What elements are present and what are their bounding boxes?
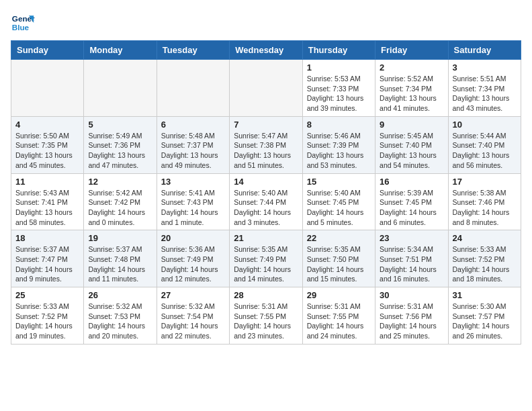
calendar-cell <box>84 60 157 117</box>
day-detail: Sunrise: 5:35 AM Sunset: 7:49 PM Dayligh… <box>234 244 298 284</box>
day-detail: Sunrise: 5:33 AM Sunset: 7:52 PM Dayligh… <box>453 244 517 284</box>
calendar-cell: 1Sunrise: 5:53 AM Sunset: 7:33 PM Daylig… <box>302 60 375 117</box>
calendar-week-row: 1Sunrise: 5:53 AM Sunset: 7:33 PM Daylig… <box>11 60 521 117</box>
calendar-cell: 7Sunrise: 5:47 AM Sunset: 7:38 PM Daylig… <box>230 116 302 173</box>
day-number: 23 <box>380 233 443 243</box>
calendar-cell: 6Sunrise: 5:48 AM Sunset: 7:37 PM Daylig… <box>157 116 229 173</box>
day-detail: Sunrise: 5:34 AM Sunset: 7:51 PM Dayligh… <box>380 244 443 284</box>
day-number: 22 <box>307 233 371 243</box>
weekday-header-sunday: Sunday <box>11 41 84 60</box>
day-number: 3 <box>453 62 517 73</box>
day-detail: Sunrise: 5:49 AM Sunset: 7:36 PM Dayligh… <box>88 131 152 171</box>
calendar-cell <box>11 60 84 117</box>
day-detail: Sunrise: 5:40 AM Sunset: 7:45 PM Dayligh… <box>307 188 371 228</box>
day-detail: Sunrise: 5:38 AM Sunset: 7:46 PM Dayligh… <box>453 188 517 228</box>
calendar-cell: 27Sunrise: 5:32 AM Sunset: 7:54 PM Dayli… <box>157 287 229 345</box>
day-number: 24 <box>453 233 517 243</box>
calendar-cell: 4Sunrise: 5:50 AM Sunset: 7:35 PM Daylig… <box>11 116 84 173</box>
day-number: 18 <box>15 233 79 243</box>
day-number: 29 <box>307 290 371 300</box>
calendar-week-row: 18Sunrise: 5:37 AM Sunset: 7:47 PM Dayli… <box>11 230 521 287</box>
calendar-cell: 3Sunrise: 5:51 AM Sunset: 7:34 PM Daylig… <box>448 60 521 117</box>
day-number: 30 <box>380 290 443 300</box>
weekday-header-friday: Friday <box>375 41 448 60</box>
calendar-cell: 22Sunrise: 5:35 AM Sunset: 7:50 PM Dayli… <box>302 230 375 287</box>
calendar-cell: 30Sunrise: 5:31 AM Sunset: 7:56 PM Dayli… <box>375 287 448 345</box>
day-number: 12 <box>88 177 152 187</box>
day-number: 15 <box>307 177 371 187</box>
day-detail: Sunrise: 5:41 AM Sunset: 7:43 PM Dayligh… <box>161 188 225 228</box>
day-detail: Sunrise: 5:48 AM Sunset: 7:37 PM Dayligh… <box>161 131 225 171</box>
day-number: 6 <box>161 120 225 130</box>
calendar-cell: 24Sunrise: 5:33 AM Sunset: 7:52 PM Dayli… <box>448 230 521 287</box>
calendar-cell: 28Sunrise: 5:31 AM Sunset: 7:55 PM Dayli… <box>230 287 302 345</box>
calendar-cell: 11Sunrise: 5:43 AM Sunset: 7:41 PM Dayli… <box>11 173 84 230</box>
day-number: 31 <box>453 290 517 300</box>
calendar-cell <box>230 60 302 117</box>
day-number: 14 <box>234 177 298 187</box>
day-detail: Sunrise: 5:30 AM Sunset: 7:57 PM Dayligh… <box>453 302 517 341</box>
calendar-cell: 20Sunrise: 5:36 AM Sunset: 7:49 PM Dayli… <box>157 230 229 287</box>
day-number: 2 <box>380 62 443 73</box>
day-number: 28 <box>234 290 298 300</box>
day-number: 26 <box>88 290 152 300</box>
day-detail: Sunrise: 5:44 AM Sunset: 7:40 PM Dayligh… <box>453 131 517 171</box>
day-detail: Sunrise: 5:51 AM Sunset: 7:34 PM Dayligh… <box>453 74 517 113</box>
weekday-header-thursday: Thursday <box>302 41 375 60</box>
calendar-cell: 13Sunrise: 5:41 AM Sunset: 7:43 PM Dayli… <box>157 173 229 230</box>
day-number: 20 <box>161 233 225 243</box>
calendar-cell: 18Sunrise: 5:37 AM Sunset: 7:47 PM Dayli… <box>11 230 84 287</box>
calendar-cell: 2Sunrise: 5:52 AM Sunset: 7:34 PM Daylig… <box>375 60 448 117</box>
day-detail: Sunrise: 5:35 AM Sunset: 7:50 PM Dayligh… <box>307 244 371 284</box>
calendar-cell: 19Sunrise: 5:37 AM Sunset: 7:48 PM Dayli… <box>84 230 157 287</box>
day-number: 17 <box>453 177 517 187</box>
weekday-header-monday: Monday <box>84 41 157 60</box>
calendar-cell: 8Sunrise: 5:46 AM Sunset: 7:39 PM Daylig… <box>302 116 375 173</box>
day-detail: Sunrise: 5:33 AM Sunset: 7:52 PM Dayligh… <box>15 302 79 341</box>
day-detail: Sunrise: 5:40 AM Sunset: 7:44 PM Dayligh… <box>234 188 298 228</box>
day-detail: Sunrise: 5:43 AM Sunset: 7:41 PM Dayligh… <box>15 188 79 228</box>
calendar-cell: 16Sunrise: 5:39 AM Sunset: 7:45 PM Dayli… <box>375 173 448 230</box>
day-detail: Sunrise: 5:37 AM Sunset: 7:48 PM Dayligh… <box>88 244 152 284</box>
logo: General Blue <box>11 11 35 35</box>
weekday-header-saturday: Saturday <box>448 41 521 60</box>
calendar-week-row: 11Sunrise: 5:43 AM Sunset: 7:41 PM Dayli… <box>11 173 521 230</box>
day-detail: Sunrise: 5:47 AM Sunset: 7:38 PM Dayligh… <box>234 131 298 171</box>
day-number: 11 <box>15 177 79 187</box>
logo-icon: General Blue <box>11 11 35 35</box>
day-detail: Sunrise: 5:32 AM Sunset: 7:53 PM Dayligh… <box>88 302 152 341</box>
day-number: 9 <box>380 120 443 130</box>
calendar-cell: 26Sunrise: 5:32 AM Sunset: 7:53 PM Dayli… <box>84 287 157 345</box>
calendar-cell: 14Sunrise: 5:40 AM Sunset: 7:44 PM Dayli… <box>230 173 302 230</box>
calendar-cell: 21Sunrise: 5:35 AM Sunset: 7:49 PM Dayli… <box>230 230 302 287</box>
day-number: 21 <box>234 233 298 243</box>
day-detail: Sunrise: 5:37 AM Sunset: 7:47 PM Dayligh… <box>15 244 79 284</box>
day-detail: Sunrise: 5:39 AM Sunset: 7:45 PM Dayligh… <box>380 188 443 228</box>
calendar-week-row: 4Sunrise: 5:50 AM Sunset: 7:35 PM Daylig… <box>11 116 521 173</box>
day-number: 4 <box>15 120 79 130</box>
calendar-cell: 23Sunrise: 5:34 AM Sunset: 7:51 PM Dayli… <box>375 230 448 287</box>
day-number: 16 <box>380 177 443 187</box>
day-detail: Sunrise: 5:53 AM Sunset: 7:33 PM Dayligh… <box>307 74 371 113</box>
day-detail: Sunrise: 5:31 AM Sunset: 7:55 PM Dayligh… <box>234 302 298 341</box>
day-number: 8 <box>307 120 371 130</box>
calendar-cell: 29Sunrise: 5:31 AM Sunset: 7:55 PM Dayli… <box>302 287 375 345</box>
calendar-cell <box>157 60 229 117</box>
calendar-cell: 17Sunrise: 5:38 AM Sunset: 7:46 PM Dayli… <box>448 173 521 230</box>
day-number: 7 <box>234 120 298 130</box>
day-number: 27 <box>161 290 225 300</box>
svg-text:Blue: Blue <box>12 23 30 32</box>
day-detail: Sunrise: 5:36 AM Sunset: 7:49 PM Dayligh… <box>161 244 225 284</box>
calendar-cell: 15Sunrise: 5:40 AM Sunset: 7:45 PM Dayli… <box>302 173 375 230</box>
calendar-week-row: 25Sunrise: 5:33 AM Sunset: 7:52 PM Dayli… <box>11 287 521 345</box>
day-detail: Sunrise: 5:50 AM Sunset: 7:35 PM Dayligh… <box>15 131 79 171</box>
day-number: 19 <box>88 233 152 243</box>
calendar-cell: 9Sunrise: 5:45 AM Sunset: 7:40 PM Daylig… <box>375 116 448 173</box>
day-number: 5 <box>88 120 152 130</box>
calendar-cell: 5Sunrise: 5:49 AM Sunset: 7:36 PM Daylig… <box>84 116 157 173</box>
calendar-cell: 25Sunrise: 5:33 AM Sunset: 7:52 PM Dayli… <box>11 287 84 345</box>
day-number: 1 <box>307 62 371 73</box>
calendar-header-row: SundayMondayTuesdayWednesdayThursdayFrid… <box>11 41 521 60</box>
day-detail: Sunrise: 5:45 AM Sunset: 7:40 PM Dayligh… <box>380 131 443 171</box>
day-number: 10 <box>453 120 517 130</box>
